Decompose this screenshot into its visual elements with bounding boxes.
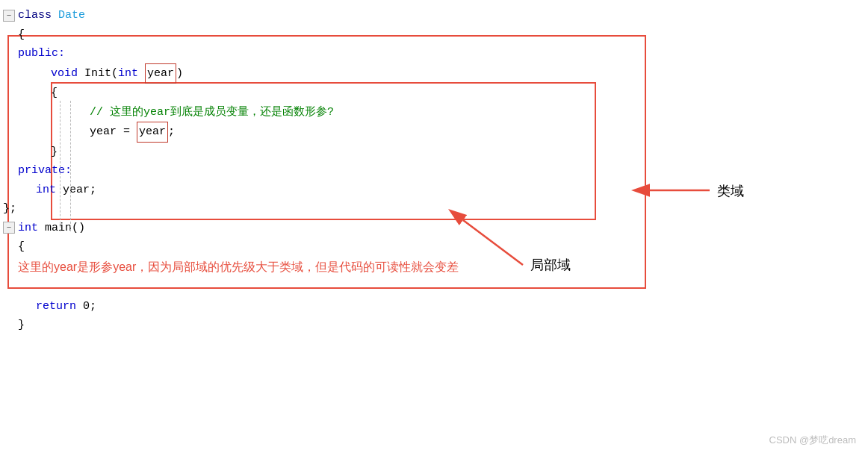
code-line-14: 这里的year是形参year，因为局部域的优先级大于类域，但是代码的可读性就会变…: [0, 257, 868, 277]
var-year-highlight: year: [137, 122, 168, 143]
func-main: main(): [45, 219, 85, 238]
annotation-bottom: 这里的year是形参year，因为局部域的优先级大于类域，但是代码的可读性就会变…: [18, 257, 459, 277]
collapse-btn-1[interactable]: −: [3, 10, 15, 22]
keyword-class: class: [18, 6, 52, 25]
code-line-7: year = year ;: [0, 122, 868, 143]
func-init: Init: [84, 64, 111, 84]
code-line-4: void Init ( int year ): [0, 63, 868, 84]
comment-text: // 这里的year到底是成员变量，还是函数形参?: [90, 103, 334, 122]
code-line-3: public:: [0, 44, 868, 63]
code-line-16: return 0;: [0, 297, 868, 316]
class-name: Date: [58, 6, 85, 25]
code-line-8: }: [0, 143, 868, 162]
code-line-12: − int main(): [0, 219, 868, 238]
code-line-13: {: [0, 237, 868, 257]
keyword-public: public:: [18, 44, 65, 63]
keyword-int-param: int: [118, 64, 138, 84]
member-year: year;: [63, 181, 96, 200]
collapse-btn-2[interactable]: −: [3, 222, 15, 234]
keyword-void: void: [51, 64, 78, 84]
code-line-1: − class Date: [0, 6, 868, 25]
code-line-17: }: [0, 316, 868, 335]
return-val: 0;: [83, 297, 96, 316]
code-line-11: };: [0, 199, 868, 219]
code-line-5: {: [0, 84, 868, 103]
code-line-9: private:: [0, 161, 868, 181]
code-line-10: int year;: [0, 181, 868, 200]
keyword-return: return: [36, 297, 76, 316]
keyword-int-member: int: [36, 181, 56, 200]
code-line-15: [0, 277, 868, 297]
brace-open-1: {: [18, 25, 25, 45]
code-line-6: // 这里的year到底是成员变量，还是函数形参?: [0, 103, 868, 122]
keyword-int-main: int: [18, 219, 38, 238]
keyword-private: private:: [18, 161, 72, 181]
code-line-2: {: [0, 25, 868, 45]
param-year: year: [145, 63, 176, 84]
watermark: CSDN @梦呓dream: [769, 434, 857, 447]
class-close: };: [3, 199, 16, 219]
